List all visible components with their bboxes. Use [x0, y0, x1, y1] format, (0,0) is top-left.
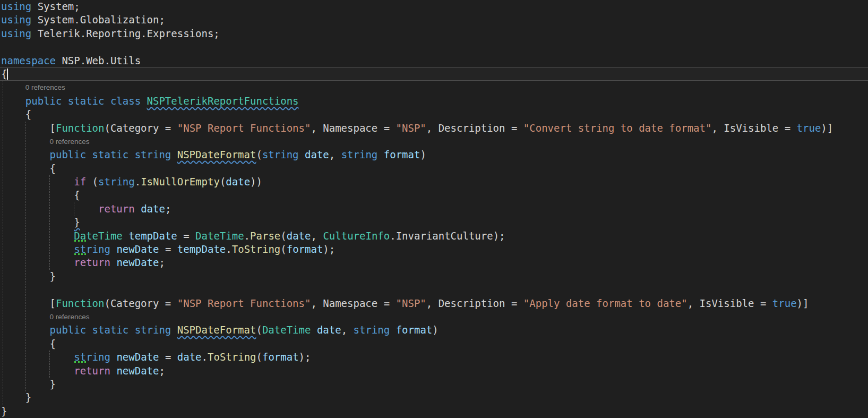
code-token — [1, 365, 74, 377]
codelens-line[interactable]: 0 references — [0, 135, 868, 148]
code-token: ( — [86, 176, 98, 187]
code-token: "Convert string to date format" — [523, 122, 712, 134]
code-line[interactable]: { — [0, 108, 868, 121]
code-token: [ — [1, 122, 56, 134]
code-token: ( — [220, 176, 226, 187]
code-token: newDate — [116, 243, 159, 255]
code-token: date — [226, 176, 250, 187]
code-token: string — [354, 324, 390, 336]
code-line[interactable]: namespace NSP.Web.Utils — [0, 54, 868, 67]
code-line[interactable]: } — [0, 405, 868, 418]
code-token: )] — [797, 297, 809, 309]
code-line[interactable]: { — [0, 189, 868, 202]
code-line[interactable]: return newDate; — [0, 364, 868, 378]
code-line[interactable]: { — [0, 162, 868, 175]
code-token: , — [329, 149, 341, 160]
code-line[interactable]: [Function(Category = "NSP Report Functio… — [0, 297, 868, 310]
code-token: newDate — [116, 257, 159, 268]
code-line[interactable]: } — [0, 270, 868, 283]
code-token: = — [159, 243, 177, 255]
code-token — [1, 351, 74, 363]
code-line[interactable] — [0, 40, 868, 54]
code-token: ; — [165, 203, 171, 215]
codelens-line[interactable]: 0 references — [0, 81, 868, 94]
code-line[interactable]: using System; — [0, 0, 868, 13]
code-token: ( — [280, 243, 286, 255]
code-token — [110, 351, 116, 363]
code-token — [1, 203, 98, 215]
code-area[interactable]: using System;using System.Globalization;… — [0, 0, 868, 418]
code-token: public static class — [25, 95, 147, 107]
code-token — [1, 230, 74, 242]
code-token: Parse — [250, 230, 280, 242]
code-token: true — [797, 122, 821, 134]
code-token: IsNullOrEmpty — [141, 176, 220, 187]
code-line[interactable]: } — [0, 391, 868, 404]
code-token: using — [1, 14, 31, 25]
code-line[interactable]: return newDate; — [0, 256, 868, 269]
code-token: = — [159, 351, 177, 363]
code-token: ToString — [208, 351, 256, 363]
code-token: } — [1, 391, 31, 403]
codelens-references-label[interactable]: 0 references — [50, 313, 90, 321]
code-token: ToString — [232, 243, 281, 255]
code-token — [390, 324, 396, 336]
codelens-line[interactable]: 0 references — [0, 310, 868, 323]
code-line[interactable]: } — [0, 378, 868, 391]
code-token: tempDate — [128, 230, 177, 242]
code-line[interactable]: if (string.IsNullOrEmpty(date)) — [0, 175, 868, 189]
code-token — [1, 324, 50, 336]
code-line[interactable]: public static class NSPTelerikReportFunc… — [0, 95, 868, 108]
code-token: } — [1, 270, 56, 282]
code-token: DateTime — [262, 324, 311, 336]
code-token: .InvariantCulture); — [390, 230, 505, 242]
code-editor[interactable]: using System;using System.Globalization;… — [0, 0, 868, 418]
code-line[interactable]: public static string NSPDateFormat(strin… — [0, 148, 868, 161]
code-token: string — [341, 149, 378, 160]
code-token: , IsVisible = — [711, 122, 796, 134]
code-line[interactable]: public static string NSPDateFormat(DateT… — [0, 323, 868, 337]
code-line[interactable]: using Telerik.Reporting.Expressions; — [0, 27, 868, 40]
code-token: format — [396, 324, 433, 336]
code-token: (Category = — [104, 297, 177, 309]
code-token: public static string — [50, 324, 177, 336]
code-line[interactable]: string newDate = tempDate.ToString(forma… — [0, 243, 868, 256]
code-token: [ — [1, 297, 56, 309]
code-line[interactable]: string newDate = date.ToString(format); — [0, 351, 868, 364]
code-token: return — [98, 203, 135, 215]
code-token: ; — [159, 365, 165, 377]
code-token: , IsVisible = — [687, 297, 772, 309]
code-line[interactable]: { — [0, 67, 868, 81]
code-line[interactable]: { — [0, 337, 868, 351]
code-token: NSPTelerikReportFunctions — [147, 95, 299, 107]
code-token: tempDate — [177, 243, 226, 255]
code-line[interactable]: [Function(Category = "NSP Report Functio… — [0, 122, 868, 135]
code-token: date — [141, 203, 165, 215]
code-token — [1, 176, 74, 187]
code-token: CultureInfo — [323, 230, 390, 242]
code-line[interactable]: } — [0, 216, 868, 229]
code-token: date — [287, 230, 311, 242]
code-line[interactable]: using System.Globalization; — [0, 13, 868, 27]
code-token — [299, 149, 305, 160]
code-token: System.Globalization; — [31, 14, 165, 25]
code-token — [1, 243, 74, 255]
code-line[interactable]: return date; — [0, 202, 868, 216]
code-token: newDate — [116, 351, 159, 363]
code-token: = — [177, 230, 195, 242]
codelens-references-label[interactable]: 0 references — [25, 83, 65, 91]
code-line[interactable] — [0, 283, 868, 296]
code-token: NSP.Web.Utils — [56, 55, 141, 66]
code-line[interactable]: DateTime tempDate = DateTime.Parse(date,… — [0, 229, 868, 243]
code-token — [1, 216, 74, 228]
code-token: string — [98, 176, 135, 187]
code-token: format — [287, 243, 323, 255]
code-token: )] — [821, 122, 833, 134]
code-token — [110, 243, 116, 255]
codelens-references-label[interactable]: 0 references — [50, 138, 90, 146]
code-token: "Apply date format to date" — [523, 297, 687, 309]
code-token: "NSP" — [396, 297, 426, 309]
code-token: DateTime — [74, 230, 123, 242]
code-token: } — [74, 216, 80, 228]
code-token: ) — [420, 149, 426, 160]
